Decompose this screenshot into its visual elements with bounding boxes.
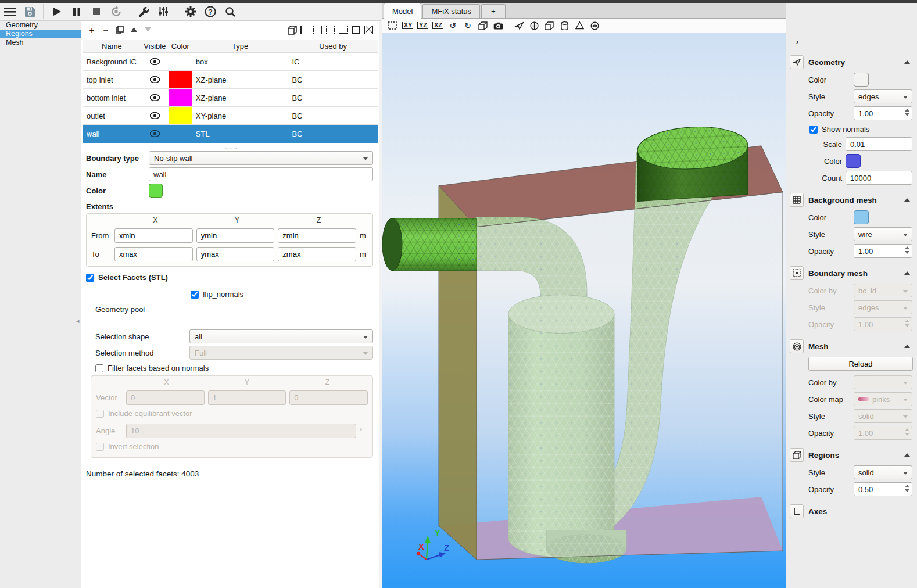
pause-icon[interactable] xyxy=(67,3,87,20)
color-cell[interactable] xyxy=(169,89,192,107)
from-y-field[interactable] xyxy=(196,228,275,243)
to-x-field[interactable] xyxy=(114,247,193,261)
settings-gear-icon[interactable] xyxy=(181,3,200,20)
remove-region-button[interactable]: − xyxy=(99,23,113,36)
yz-view-icon[interactable]: YZ xyxy=(416,20,429,31)
save-icon[interactable] xyxy=(20,3,40,20)
spinner-arrows[interactable] xyxy=(905,246,909,254)
collapse-icon[interactable] xyxy=(904,345,910,348)
regions-style-select[interactable]: solid xyxy=(854,465,912,479)
to-y-field[interactable] xyxy=(196,247,275,261)
region-type[interactable]: STL xyxy=(192,125,288,143)
move-down-button[interactable] xyxy=(141,23,155,36)
color-cell[interactable] xyxy=(169,53,192,71)
region-name[interactable]: top inlet xyxy=(83,71,141,89)
parameters-icon[interactable] xyxy=(153,3,173,20)
camera-icon[interactable] xyxy=(492,20,504,31)
region-used-by[interactable]: IC xyxy=(288,53,378,71)
spinner-arrows[interactable] xyxy=(905,109,909,116)
build-icon[interactable] xyxy=(134,3,153,20)
search-icon[interactable] xyxy=(220,3,240,20)
from-z-field[interactable] xyxy=(278,228,356,243)
sphere-icon[interactable] xyxy=(528,20,540,31)
select-facets-checkbox[interactable] xyxy=(86,274,94,282)
menu-icon[interactable] xyxy=(0,3,20,20)
mesh-section-header[interactable]: Mesh xyxy=(790,339,912,353)
geometry-section-header[interactable]: Geometry xyxy=(790,55,912,69)
color-cell[interactable] xyxy=(169,107,192,125)
rotate-left-icon[interactable]: ↺ xyxy=(446,20,459,31)
region-color-swatch[interactable] xyxy=(149,184,163,198)
axes-icon[interactable] xyxy=(790,504,804,518)
region-name[interactable]: bottom inlet xyxy=(83,89,141,107)
filter-facets-checkbox[interactable] xyxy=(95,364,103,372)
col-color[interactable]: Color xyxy=(169,40,192,53)
xy-view-icon[interactable]: XY xyxy=(401,20,414,31)
region-name[interactable]: Background IC xyxy=(83,53,141,71)
region-used-by[interactable]: BC xyxy=(288,89,378,107)
region-used-by[interactable]: BC xyxy=(288,71,378,89)
collapse-icon[interactable] xyxy=(904,271,910,275)
help-icon[interactable]: ? xyxy=(200,3,220,20)
geometry-color-swatch[interactable] xyxy=(854,73,869,87)
selection-shape-select[interactable]: all xyxy=(189,329,373,343)
mesh-icon[interactable] xyxy=(790,339,804,353)
box-icon[interactable] xyxy=(543,20,556,31)
nav-item-mesh[interactable]: Mesh xyxy=(0,38,81,47)
region-type[interactable]: XZ-plane xyxy=(192,71,288,89)
background-mesh-opacity-spinner[interactable]: 1.00 xyxy=(854,244,912,258)
splitter-collapse-icon[interactable]: ◂ xyxy=(76,317,80,325)
reset-icon[interactable] xyxy=(106,3,126,20)
col-name[interactable]: Name xyxy=(83,40,141,53)
color-cell[interactable] xyxy=(169,71,192,89)
collapse-icon[interactable] xyxy=(904,198,910,202)
regions-icon[interactable] xyxy=(790,448,804,462)
boundary-type-select[interactable]: No-slip wall xyxy=(149,151,373,165)
tab-add[interactable]: + xyxy=(481,4,506,18)
background-mesh-section-header[interactable]: Background mesh xyxy=(790,193,912,207)
normals-scale-field[interactable]: 0.01 xyxy=(846,137,912,151)
visibility-cell[interactable] xyxy=(141,71,169,89)
cone-icon[interactable] xyxy=(573,20,586,31)
run-icon[interactable] xyxy=(47,3,67,20)
region-type[interactable]: XZ-plane xyxy=(192,89,288,107)
rotate-right-icon[interactable]: ↻ xyxy=(461,20,474,31)
add-region-button[interactable]: + xyxy=(85,23,99,36)
tab-model[interactable]: Model xyxy=(384,3,421,19)
background-mesh-style-select[interactable]: wire xyxy=(854,227,912,241)
move-up-button[interactable] xyxy=(127,23,141,36)
table-row[interactable]: Background IC box IC xyxy=(83,53,378,71)
collapse-icon[interactable] xyxy=(904,453,910,457)
visibility-cell[interactable] xyxy=(141,89,169,107)
col-visible[interactable]: Visible xyxy=(141,40,169,53)
color-cell[interactable] xyxy=(169,125,192,143)
table-row[interactable]: bottom inlet XZ-plane BC xyxy=(83,89,378,107)
geometry-visible-icon[interactable] xyxy=(513,20,525,31)
table-row-selected[interactable]: wall STL BC xyxy=(83,125,378,143)
region-type[interactable]: XY-plane xyxy=(192,107,288,125)
nav-item-geometry[interactable]: Geometry xyxy=(0,21,81,30)
xz-view-icon[interactable]: XZ xyxy=(431,20,444,31)
normals-count-field[interactable]: 10000 xyxy=(846,171,912,185)
stop-icon[interactable] xyxy=(87,3,106,20)
name-field[interactable] xyxy=(149,167,373,181)
region-name[interactable]: outlet xyxy=(83,107,141,125)
torus-icon[interactable] xyxy=(588,20,601,31)
table-row[interactable]: top inlet XZ-plane BC xyxy=(83,71,378,89)
reset-view-icon[interactable] xyxy=(386,20,399,31)
nav-item-regions[interactable]: Regions xyxy=(0,30,81,38)
grid-icon[interactable] xyxy=(790,193,804,207)
show-normals-checkbox[interactable] xyxy=(809,126,818,134)
table-row[interactable]: outlet XY-plane BC xyxy=(83,107,378,125)
geometry-style-select[interactable]: edges xyxy=(854,89,912,103)
region-type[interactable]: box xyxy=(192,53,288,71)
normals-color-swatch[interactable] xyxy=(846,154,861,168)
regions-opacity-spinner[interactable]: 0.50 xyxy=(854,482,912,496)
col-used-by[interactable]: Used by xyxy=(288,40,378,53)
boundary-mesh-icon[interactable] xyxy=(790,266,804,280)
reload-button[interactable]: Reload xyxy=(808,357,913,371)
col-type[interactable]: Type xyxy=(192,40,288,53)
geometry-opacity-spinner[interactable]: 1.00 xyxy=(854,106,912,120)
region-name[interactable]: wall xyxy=(83,125,141,143)
flip-normals-checkbox[interactable] xyxy=(191,291,199,299)
